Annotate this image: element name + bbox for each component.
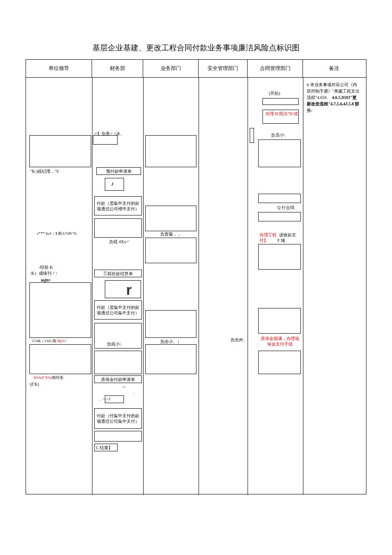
gamma-k: \(ΓK) [29,381,39,387]
end-box: C 结束】 [94,444,118,451]
box-r7-c2 [94,431,142,442]
xf-line: x***^f₁A；I 由₁U⅞H^'S; [37,231,77,236]
box-r6-c2 [94,351,142,374]
box-r1-c1 [29,135,91,167]
arrow-j: 、-----J [98,397,110,402]
box-r3-c3 [145,238,196,263]
f-cheng: F 城 [277,238,285,243]
header-col4: 安全管理部门 [199,60,248,77]
lanes-area: h 本业务事项对应公司《内菸控制手册》"基建工程支出流程"4.658、 4.6.… [26,78,366,495]
jin-shou: 进收款支 [279,232,296,238]
jingqian: -经前 K [39,264,53,270]
prepay-apply-box: 预付款申请单 [96,167,141,175]
r-box [105,280,141,298]
header-col2: 财务部 [92,60,143,77]
header-col6: 备注 [303,60,365,77]
box-r1-c5b [258,139,301,167]
box-r1-c3 [145,135,196,167]
fu-xiao: 负或小\ [107,341,121,347]
kj-or-text: "K·)或纪理…"S [30,169,59,174]
pay1-box: 付款（需集中支付的款项通过公司维中支付） [94,196,142,215]
tilde1: ～ [122,384,126,389]
notes-text: h 本业务事项对应公司《内菸控制手册》"基建工程支出流程"4.658、 4.6.… [305,80,363,115]
header-col3: 业务部门 [143,60,199,77]
r-char: r [126,280,132,299]
fu-bracket: 付】 [259,238,268,243]
fu-4x: 负或 4Xx>' [109,239,129,244]
settlement-box: 工程价款结算单 [94,270,142,277]
box-r3-c2 [94,218,142,238]
baojin-apply-box: 质保金付款申请单 [94,375,142,383]
box-r5-c5 [258,308,301,334]
pay3-box: 付款（付集中支付的款项通过公司集中支付） [94,408,142,429]
box-r2-c3 [145,206,196,231]
fuze-pian: 负责篇，， [160,231,182,237]
lambda-line: ὐ⅝¾(ΓX⅝)或经舎 [34,375,63,381]
box-r1-c2 [93,135,118,145]
lane-div-5 [303,78,303,495]
handle-proj: 办理工程 [259,232,277,238]
fuji-xiao: 负击小、） [160,339,182,344]
start-box [262,98,299,105]
j-box [105,178,124,191]
header-col5: 合同管理部门 [248,60,303,77]
lane-div-2 [143,78,144,495]
start-node: (开始) [269,90,280,96]
header-row: 单位领导 财务部 业务部门 安全管理部门 合同管理部门 备注 [26,60,366,78]
lane-div-4 [248,78,248,495]
k-cheng: /K）成络刊！\ [30,270,57,276]
baojin-text: 质保金期满，办理场保金支付手续 [259,336,300,347]
box-r6-c5 [258,351,301,374]
lane-div-3 [199,78,199,495]
handle-h-text: 办理 H 阳汰"H 续 [265,111,299,116]
box-r2-c5b [258,212,301,221]
tilde2: 、 [133,389,137,395]
pay2-box: 付款（需集中支付的款项通过公司集中支付） [94,300,142,320]
box-r5-c3 [145,310,196,338]
lane-div-1 [92,78,92,495]
box-r4-c1 [29,282,91,338]
page-title: 基层企业基建、更改工程合同付款业务事项廉洁风险点标识图 [26,43,366,53]
fuji-wai: 负击外、 [231,337,248,343]
q-contract: Q 行合同 [277,205,294,210]
box-r1-c5 [250,128,254,143]
box-r2-c5a [258,194,301,203]
c-hifi: C⅛&；l-lifi 由 Hp³x^ [32,339,67,344]
fuyuan-text: 负员小\ [271,132,285,138]
box-r3-c5 [258,244,301,270]
header-col1: 单位领导 [26,60,92,77]
box-r6-c3 [145,344,196,374]
j-char: J [111,181,113,187]
swimlane-chart: 单位领导 财务部 业务部门 安全管理部门 合同管理部门 备注 h 本业务事项对应… [26,59,366,494]
box-r6-c1 [29,344,91,374]
